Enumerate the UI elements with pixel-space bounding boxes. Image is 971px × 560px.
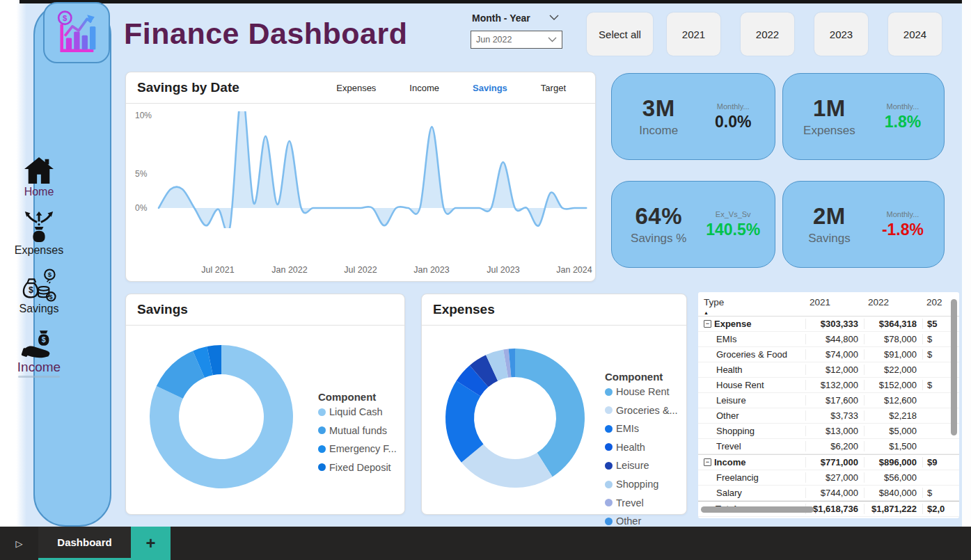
table-row-house-rent[interactable]: House Rent$132,000$152,000$: [698, 378, 959, 393]
table-row-leisure[interactable]: Leisure$17,600$12,600: [698, 393, 959, 408]
legend-color-dot: [605, 443, 613, 451]
year-button-2023[interactable]: 2023: [814, 13, 868, 56]
kpi-card-income: 3MIncomeMonthly...0.0%: [611, 73, 775, 160]
x-axis-tick: Jul 2023: [487, 265, 519, 275]
page-title: Finance Dashboard: [124, 17, 408, 51]
legend-item-liquid-cash[interactable]: Liquid Cash: [318, 406, 383, 417]
row-type-text: Salary: [716, 488, 742, 498]
cell-2021: $3,733: [805, 410, 864, 421]
savings-card-title: Savings: [126, 302, 188, 317]
legend-item-health[interactable]: Health: [605, 442, 645, 453]
tab-target[interactable]: Target: [524, 83, 583, 93]
tab-income[interactable]: Income: [393, 83, 456, 93]
row-label: −Expense: [698, 319, 805, 329]
legend-color-dot: [318, 445, 326, 453]
tab-expenses[interactable]: Expenses: [319, 83, 393, 93]
legend-label: Trevel: [616, 497, 644, 509]
savings-card-header: Savings: [126, 294, 404, 326]
svg-text:$: $: [48, 271, 52, 278]
savings-by-date-title: Savings by Date: [126, 80, 239, 95]
dropdown-chevron-icon: [548, 37, 557, 42]
x-axis-tick: Jan 2022: [271, 265, 307, 275]
cell-2022: $896,000: [864, 457, 922, 467]
kpi-label: Savings %: [619, 232, 698, 246]
table-row-income[interactable]: −Income$771,000$896,000$9: [698, 454, 959, 470]
table-row-expense[interactable]: −Expense$303,333$364,318$5: [698, 316, 959, 332]
legend-color-dot: [605, 388, 613, 396]
legend-color-dot: [318, 463, 326, 471]
table-row-freelancig[interactable]: Freelancig$27,000$56,000: [698, 470, 959, 486]
legend-item-trevel[interactable]: Trevel: [605, 497, 644, 509]
column-header-2021: 2021: [805, 297, 864, 307]
savings-area-fill: [159, 111, 586, 228]
legend-title: Component: [605, 371, 663, 383]
sidebar-item-home[interactable]: Home: [0, 156, 78, 198]
add-page-button[interactable]: +: [131, 527, 171, 560]
legend-item-leisure[interactable]: Leisure: [605, 460, 649, 471]
legend-item-emis[interactable]: EMIs: [605, 423, 639, 434]
legend-item-shopping[interactable]: Shopping: [605, 479, 658, 490]
table-row-emis[interactable]: EMIs$44,800$78,000$: [698, 332, 959, 347]
year-button-2024[interactable]: 2024: [888, 13, 942, 56]
cell-2022: $78,000: [864, 334, 922, 344]
cell-2021: $303,333: [805, 319, 864, 329]
row-label: Groceries & Food: [698, 349, 805, 360]
savings-line-chart[interactable]: 10%5%0%Jul 2021Jan 2022Jul 2022Jan 2023J…: [126, 103, 595, 281]
column-header-type[interactable]: Type: [698, 297, 805, 307]
slicer-collapse-chevron-icon[interactable]: [548, 14, 560, 21]
expenses-donut-chart: ComponentHouse RentGroceries &...EMIsHea…: [422, 325, 686, 514]
table-vertical-scrollbar[interactable]: [951, 299, 957, 435]
row-label: Other: [698, 410, 805, 421]
kpi-value: 64%: [619, 203, 698, 230]
cell-2021: $12,000: [805, 365, 864, 375]
right-margin: [962, 0, 971, 527]
month-year-dropdown[interactable]: Jun 2022: [471, 31, 562, 49]
legend-item-mutual-funds[interactable]: Mutual funds: [318, 425, 387, 436]
tab-dashboard[interactable]: Dashboard: [38, 527, 131, 560]
legend-item-house-rent[interactable]: House Rent: [605, 386, 670, 397]
table-row-shopping[interactable]: Shopping$13,000$5,000: [698, 424, 959, 439]
top-window-edge: [19, 0, 971, 3]
donut-slice-house-rent[interactable]: [515, 349, 585, 477]
sidebar-item-income[interactable]: $Income: [0, 326, 78, 378]
legend-item-other[interactable]: Other: [605, 515, 641, 527]
year-button-2022[interactable]: 2022: [741, 13, 794, 56]
legend-label: Liquid Cash: [329, 406, 383, 417]
sort-ascending-icon[interactable]: ▲: [704, 310, 709, 315]
row-type-text: Income: [714, 457, 746, 467]
legend-item-emergency-f-[interactable]: Emergency F...: [318, 443, 397, 454]
sidebar-item-label: Income: [0, 360, 78, 375]
table-row-other[interactable]: Other$3,733$2,218: [698, 408, 959, 424]
legend-item-groceries-[interactable]: Groceries &...: [605, 405, 678, 416]
tab-savings[interactable]: Savings: [456, 83, 524, 93]
savings-donut-chart: ComponentLiquid CashMutual fundsEmergenc…: [126, 325, 404, 514]
cell-202: $9: [922, 457, 958, 467]
y-axis-tick: 5%: [135, 169, 153, 179]
sidebar-item-label: Expenses: [0, 244, 78, 257]
year-button-2021[interactable]: 2021: [667, 13, 720, 56]
kpi-secondary: Monthly...0.0%: [698, 102, 768, 131]
slicer-title: Month - Year: [472, 13, 530, 24]
cell-202: $2,0: [922, 504, 958, 514]
kpi-secondary: Monthly...1.8%: [869, 102, 937, 131]
table-row-health[interactable]: Health$12,000$22,000: [698, 362, 959, 378]
cell-2022: $5,000: [864, 426, 922, 436]
collapse-icon[interactable]: −: [704, 320, 711, 328]
cell-2022: $1,871,222: [864, 504, 922, 514]
cell-2022: $1,500: [864, 441, 922, 451]
table-row-salary[interactable]: Salary$744,000$840,000$: [698, 486, 959, 501]
sidebar-item-savings[interactable]: $$$Savings: [0, 269, 78, 315]
year-button-select-all[interactable]: Select all: [587, 13, 653, 56]
table-horizontal-scrollbar[interactable]: [701, 506, 814, 513]
legend-title: Component: [318, 391, 376, 403]
legend-color-dot: [318, 408, 326, 416]
table-row-groceries-food[interactable]: Groceries & Food$74,000$91,000$: [698, 347, 959, 362]
cell-2021: $27,000: [805, 472, 864, 483]
row-label: Salary: [698, 488, 805, 498]
svg-text:$: $: [63, 14, 68, 22]
sidebar-item-expenses[interactable]: Expenses: [0, 211, 78, 257]
expand-pages-button[interactable]: ▷: [0, 527, 38, 560]
table-row-trevel[interactable]: Trevel$6,200$1,500: [698, 439, 959, 454]
legend-item-fixed-deposit[interactable]: Fixed Deposit: [318, 462, 391, 473]
collapse-icon[interactable]: −: [704, 458, 711, 466]
